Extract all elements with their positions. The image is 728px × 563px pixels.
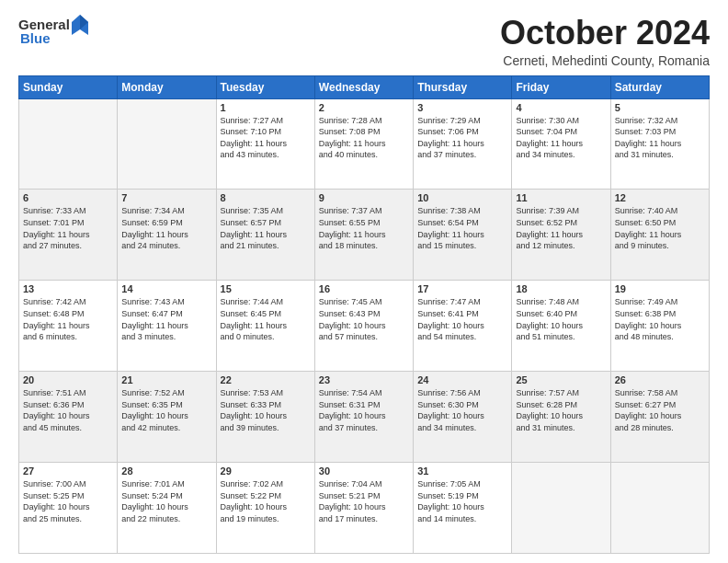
header-wednesday: Wednesday <box>314 75 413 98</box>
day-number: 25 <box>516 374 606 385</box>
table-row: 20Sunrise: 7:51 AM Sunset: 6:36 PM Dayli… <box>19 372 118 463</box>
day-number: 24 <box>417 374 507 385</box>
day-detail: Sunrise: 7:37 AM Sunset: 6:55 PM Dayligh… <box>319 205 409 251</box>
day-detail: Sunrise: 7:43 AM Sunset: 6:47 PM Dayligh… <box>121 296 211 342</box>
day-detail: Sunrise: 7:42 AM Sunset: 6:48 PM Dayligh… <box>23 296 113 342</box>
day-detail: Sunrise: 7:53 AM Sunset: 6:33 PM Dayligh… <box>221 387 311 433</box>
day-number: 30 <box>319 465 409 477</box>
day-detail: Sunrise: 7:58 AM Sunset: 6:27 PM Dayligh… <box>615 387 705 433</box>
table-row: 4Sunrise: 7:30 AM Sunset: 7:04 PM Daylig… <box>512 98 610 190</box>
day-detail: Sunrise: 7:30 AM Sunset: 7:04 PM Dayligh… <box>516 115 606 161</box>
day-number: 2 <box>319 102 409 113</box>
day-detail: Sunrise: 7:02 AM Sunset: 5:22 PM Dayligh… <box>221 478 311 524</box>
day-number: 19 <box>615 283 705 294</box>
day-number: 22 <box>221 374 311 385</box>
day-detail: Sunrise: 7:45 AM Sunset: 6:43 PM Dayligh… <box>319 296 409 342</box>
day-detail: Sunrise: 7:56 AM Sunset: 6:30 PM Dayligh… <box>417 387 507 433</box>
table-row: 17Sunrise: 7:47 AM Sunset: 6:41 PM Dayli… <box>414 281 512 372</box>
page: General Blue October 2024 Cerneti, Mehed… <box>0 0 728 563</box>
table-row: 5Sunrise: 7:32 AM Sunset: 7:03 PM Daylig… <box>610 98 709 190</box>
day-detail: Sunrise: 7:44 AM Sunset: 6:45 PM Dayligh… <box>221 296 311 342</box>
day-number: 26 <box>615 374 705 385</box>
day-detail: Sunrise: 7:00 AM Sunset: 5:25 PM Dayligh… <box>23 478 113 524</box>
table-row: 23Sunrise: 7:54 AM Sunset: 6:31 PM Dayli… <box>314 372 413 463</box>
table-row: 31Sunrise: 7:05 AM Sunset: 5:19 PM Dayli… <box>414 463 512 554</box>
table-row: 15Sunrise: 7:44 AM Sunset: 6:45 PM Dayli… <box>216 281 314 372</box>
day-detail: Sunrise: 7:38 AM Sunset: 6:54 PM Dayligh… <box>417 205 507 251</box>
table-row: 3Sunrise: 7:29 AM Sunset: 7:06 PM Daylig… <box>414 98 512 190</box>
calendar-week-row: 6Sunrise: 7:33 AM Sunset: 7:01 PM Daylig… <box>19 190 710 281</box>
day-number: 21 <box>121 374 211 385</box>
table-row: 28Sunrise: 7:01 AM Sunset: 5:24 PM Dayli… <box>118 463 216 554</box>
day-detail: Sunrise: 7:48 AM Sunset: 6:40 PM Dayligh… <box>516 296 606 342</box>
day-detail: Sunrise: 7:49 AM Sunset: 6:38 PM Dayligh… <box>615 296 705 342</box>
day-number: 23 <box>319 374 409 385</box>
table-row: 16Sunrise: 7:45 AM Sunset: 6:43 PM Dayli… <box>314 281 413 372</box>
table-row: 9Sunrise: 7:37 AM Sunset: 6:55 PM Daylig… <box>314 190 413 281</box>
table-row: 19Sunrise: 7:49 AM Sunset: 6:38 PM Dayli… <box>610 281 709 372</box>
logo-icon <box>72 15 88 35</box>
table-row: 30Sunrise: 7:04 AM Sunset: 5:21 PM Dayli… <box>314 463 413 554</box>
day-number: 4 <box>516 102 606 113</box>
day-number: 28 <box>121 465 211 477</box>
header-tuesday: Tuesday <box>216 75 314 98</box>
table-row: 21Sunrise: 7:52 AM Sunset: 6:35 PM Dayli… <box>118 372 216 463</box>
table-row: 10Sunrise: 7:38 AM Sunset: 6:54 PM Dayli… <box>414 190 512 281</box>
table-row: 2Sunrise: 7:28 AM Sunset: 7:08 PM Daylig… <box>314 98 413 190</box>
calendar-week-row: 20Sunrise: 7:51 AM Sunset: 6:36 PM Dayli… <box>19 372 710 463</box>
day-number: 18 <box>516 283 606 294</box>
day-number: 14 <box>121 283 211 294</box>
day-number: 6 <box>23 192 113 203</box>
table-row <box>118 98 216 190</box>
day-detail: Sunrise: 7:57 AM Sunset: 6:28 PM Dayligh… <box>516 387 606 433</box>
table-row: 26Sunrise: 7:58 AM Sunset: 6:27 PM Dayli… <box>610 372 709 463</box>
day-detail: Sunrise: 7:54 AM Sunset: 6:31 PM Dayligh… <box>319 387 409 433</box>
day-detail: Sunrise: 7:05 AM Sunset: 5:19 PM Dayligh… <box>417 478 507 524</box>
month-title: October 2024 <box>500 15 710 52</box>
day-number: 16 <box>319 283 409 294</box>
weekday-header-row: Sunday Monday Tuesday Wednesday Thursday… <box>19 75 710 98</box>
calendar-week-row: 13Sunrise: 7:42 AM Sunset: 6:48 PM Dayli… <box>19 281 710 372</box>
table-row: 27Sunrise: 7:00 AM Sunset: 5:25 PM Dayli… <box>19 463 118 554</box>
table-row: 12Sunrise: 7:40 AM Sunset: 6:50 PM Dayli… <box>610 190 709 281</box>
header: General Blue October 2024 Cerneti, Mehed… <box>18 15 710 68</box>
day-detail: Sunrise: 7:40 AM Sunset: 6:50 PM Dayligh… <box>615 205 705 251</box>
header-thursday: Thursday <box>414 75 512 98</box>
table-row: 6Sunrise: 7:33 AM Sunset: 7:01 PM Daylig… <box>19 190 118 281</box>
table-row <box>512 463 610 554</box>
header-monday: Monday <box>118 75 216 98</box>
day-number: 5 <box>615 102 705 113</box>
header-sunday: Sunday <box>19 75 118 98</box>
day-number: 11 <box>516 192 606 203</box>
day-number: 29 <box>221 465 311 477</box>
day-number: 1 <box>221 102 311 113</box>
day-number: 7 <box>121 192 211 203</box>
day-number: 9 <box>319 192 409 203</box>
day-detail: Sunrise: 7:47 AM Sunset: 6:41 PM Dayligh… <box>417 296 507 342</box>
day-detail: Sunrise: 7:34 AM Sunset: 6:59 PM Dayligh… <box>121 205 211 251</box>
day-detail: Sunrise: 7:39 AM Sunset: 6:52 PM Dayligh… <box>516 205 606 251</box>
day-detail: Sunrise: 7:51 AM Sunset: 6:36 PM Dayligh… <box>23 387 113 433</box>
table-row <box>19 98 118 190</box>
calendar-week-row: 27Sunrise: 7:00 AM Sunset: 5:25 PM Dayli… <box>19 463 710 554</box>
day-number: 12 <box>615 192 705 203</box>
logo: General Blue <box>18 15 88 47</box>
calendar-week-row: 1Sunrise: 7:27 AM Sunset: 7:10 PM Daylig… <box>19 98 710 190</box>
day-number: 8 <box>221 192 311 203</box>
day-detail: Sunrise: 7:33 AM Sunset: 7:01 PM Dayligh… <box>23 205 113 251</box>
day-detail: Sunrise: 7:35 AM Sunset: 6:57 PM Dayligh… <box>221 205 311 251</box>
logo-blue-text: Blue <box>20 31 51 47</box>
day-number: 20 <box>23 374 113 385</box>
table-row: 11Sunrise: 7:39 AM Sunset: 6:52 PM Dayli… <box>512 190 610 281</box>
table-row: 7Sunrise: 7:34 AM Sunset: 6:59 PM Daylig… <box>118 190 216 281</box>
table-row <box>610 463 709 554</box>
title-block: October 2024 Cerneti, Mehedinti County, … <box>500 15 710 68</box>
table-row: 1Sunrise: 7:27 AM Sunset: 7:10 PM Daylig… <box>216 98 314 190</box>
day-number: 10 <box>417 192 507 203</box>
day-number: 13 <box>23 283 113 294</box>
table-row: 24Sunrise: 7:56 AM Sunset: 6:30 PM Dayli… <box>414 372 512 463</box>
day-detail: Sunrise: 7:27 AM Sunset: 7:10 PM Dayligh… <box>221 115 311 161</box>
table-row: 18Sunrise: 7:48 AM Sunset: 6:40 PM Dayli… <box>512 281 610 372</box>
day-detail: Sunrise: 7:52 AM Sunset: 6:35 PM Dayligh… <box>121 387 211 433</box>
header-friday: Friday <box>512 75 610 98</box>
